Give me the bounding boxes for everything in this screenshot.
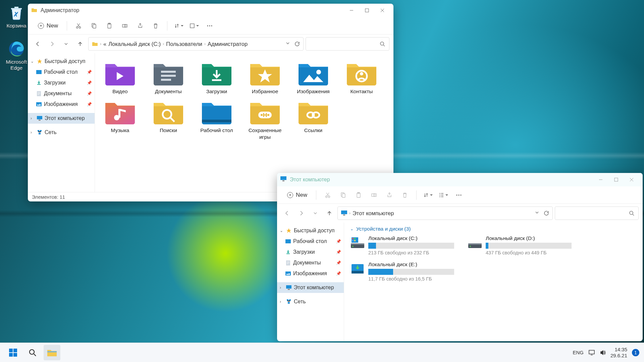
paste-button[interactable] [352, 188, 365, 202]
start-button[interactable] [5, 345, 21, 360]
pin-icon: 📌 [87, 102, 92, 107]
breadcrumb-1[interactable]: Пользователи [166, 41, 202, 47]
breadcrumb-0[interactable]: Этот компьютер [353, 210, 394, 217]
svg-rect-44 [342, 194, 345, 197]
svg-point-54 [630, 211, 633, 215]
delete-button[interactable] [398, 188, 412, 202]
drives-list: Локальный диск (C:) 213 ГБ свободно из 2… [350, 235, 637, 282]
sidebar-item-pictures[interactable]: Изображения📌 [28, 99, 95, 110]
sidebar-this-pc[interactable]: ›Этот компьютер [277, 282, 344, 293]
search-button[interactable] [24, 345, 41, 360]
folder-item[interactable]: Ссылки [291, 98, 335, 140]
refresh-button[interactable] [544, 210, 549, 216]
tray-sync-icon[interactable] [588, 350, 595, 356]
search-box[interactable] [306, 37, 389, 51]
address-bar[interactable]: › Этот компьютер [337, 206, 553, 220]
search-box[interactable] [555, 206, 639, 220]
share-button[interactable] [383, 188, 396, 202]
desktop-icon-recycle-bin[interactable]: Корзина [1, 4, 32, 29]
chevron-down-icon[interactable] [535, 210, 539, 216]
taskbar-clock[interactable]: 14:35 29.6.21 [610, 347, 627, 359]
rename-button[interactable] [367, 188, 381, 202]
copy-button[interactable] [336, 188, 350, 202]
up-button[interactable] [323, 207, 335, 219]
share-button[interactable] [133, 19, 147, 33]
cut-button[interactable] [72, 19, 85, 33]
up-button[interactable] [74, 38, 86, 50]
sidebar-network[interactable]: ›Сеть [28, 127, 95, 138]
more-button[interactable] [203, 19, 216, 33]
sidebar-this-pc[interactable]: ›Этот компьютер [28, 113, 95, 124]
folder-item[interactable]: Избранное [243, 59, 287, 95]
svg-point-35 [267, 114, 269, 116]
delete-button[interactable] [149, 19, 162, 33]
group-header-devices[interactable]: ⌄Устройства и диски (3) [350, 226, 637, 232]
group-button[interactable] [437, 188, 450, 202]
sidebar-item-documents[interactable]: Документы📌 [28, 88, 95, 99]
folder-item[interactable]: Изображения [291, 59, 335, 95]
folder-item[interactable]: Сохраненные игры [243, 98, 287, 140]
folder-item[interactable]: Загрузки [195, 59, 238, 95]
sidebar-item-documents[interactable]: Документы📌 [277, 257, 344, 268]
folder-item[interactable]: Документы [147, 59, 190, 95]
folder-item[interactable]: Контакты [340, 59, 383, 95]
sidebar-item-desktop[interactable]: Рабочий стол📌 [277, 236, 344, 247]
recent-dropdown[interactable] [60, 38, 72, 50]
back-button[interactable] [281, 207, 293, 219]
svg-rect-21 [40, 130, 42, 131]
view-button[interactable] [187, 19, 201, 33]
cut-button[interactable] [321, 188, 334, 202]
breadcrumb-0[interactable]: Локальный диск (C:) [108, 41, 161, 47]
folder-item[interactable]: Поиски [147, 98, 190, 140]
sidebar-item-downloads[interactable]: Загрузки📌 [277, 247, 344, 257]
sidebar-quick-access[interactable]: ⌄Быстрый доступ [28, 56, 95, 67]
maximize-button[interactable] [608, 173, 624, 186]
recycle-bin-label: Корзина [1, 23, 32, 29]
close-button[interactable] [375, 4, 390, 17]
rename-button[interactable] [118, 19, 131, 33]
sort-button[interactable] [421, 188, 435, 202]
forward-button[interactable] [46, 38, 58, 50]
breadcrumb-prefix[interactable]: « [103, 41, 106, 47]
close-button[interactable] [624, 173, 639, 186]
maximize-button[interactable] [359, 4, 375, 17]
sidebar: ⌄Быстрый доступ Рабочий стол📌 Загрузки📌 … [277, 223, 344, 341]
refresh-button[interactable] [294, 41, 300, 47]
forward-button[interactable] [295, 207, 307, 219]
desktop-icon-edge[interactable]: Microsoft Edge [1, 40, 32, 71]
sidebar-quick-access[interactable]: ⌄Быстрый доступ [277, 225, 344, 236]
minimize-button[interactable] [344, 4, 359, 17]
minimize-button[interactable] [593, 173, 608, 186]
drive-item[interactable]: Локальный диск (E:) 11,7 ГБ свободно из … [350, 261, 454, 282]
folder-item[interactable]: Видео [98, 59, 142, 95]
drive-item[interactable]: Локальный диск (D:) 437 ГБ свободно из 4… [468, 235, 572, 255]
paste-button[interactable] [103, 19, 116, 33]
breadcrumb-2[interactable]: Администратор [208, 41, 248, 47]
folder-item[interactable]: Музыка [98, 98, 142, 140]
sidebar-network[interactable]: ›Сеть [277, 296, 344, 307]
titlebar[interactable]: Этот компьютер [277, 173, 643, 186]
taskbar-explorer[interactable] [44, 345, 60, 360]
svg-rect-10 [190, 24, 194, 28]
more-button[interactable] [452, 188, 466, 202]
sidebar-item-pictures[interactable]: Изображения📌 [277, 268, 344, 279]
sidebar-item-downloads[interactable]: Загрузки📌 [28, 77, 95, 88]
chevron-down-icon[interactable] [286, 41, 290, 47]
pin-icon: 📌 [87, 80, 92, 85]
notification-badge[interactable]: 1 [632, 349, 639, 356]
tray-volume-icon[interactable] [600, 350, 606, 356]
new-button[interactable]: +New [283, 190, 311, 200]
back-button[interactable] [32, 38, 44, 50]
sort-button[interactable] [172, 19, 185, 33]
address-bar[interactable]: › « Локальный диск (C:) › Пользователи ›… [88, 37, 304, 51]
titlebar[interactable]: Администратор [28, 4, 393, 17]
content-area: ⌄Устройства и диски (3) Локальный диск (… [344, 223, 643, 341]
drive-item[interactable]: Локальный диск (C:) 213 ГБ свободно из 2… [350, 235, 454, 255]
language-indicator[interactable]: ENG [573, 350, 584, 355]
recent-dropdown[interactable] [309, 207, 321, 219]
svg-rect-79 [13, 353, 17, 357]
sidebar-item-desktop[interactable]: Рабочий стол📌 [28, 67, 95, 77]
folder-item[interactable]: Рабочий стол [195, 98, 238, 140]
new-button[interactable]: +New [34, 20, 62, 31]
copy-button[interactable] [87, 19, 101, 33]
